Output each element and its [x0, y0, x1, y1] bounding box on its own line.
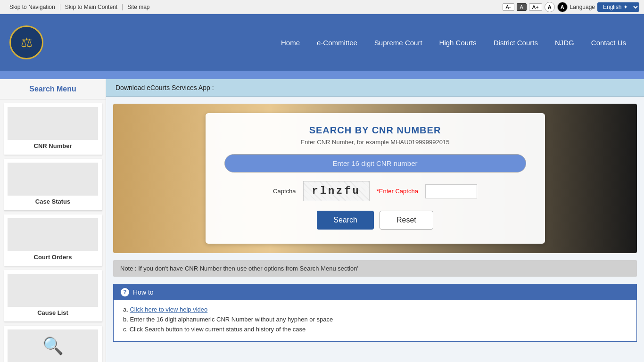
- font-normal-btn[interactable]: A: [517, 3, 527, 11]
- howto-text-b: Enter the 16 digit alphanumeric CNR Numb…: [130, 316, 333, 323]
- sidebar-thumb-search: 🔍: [8, 329, 98, 362]
- sidebar: Search Menu CNR Number Case Status Court…: [0, 79, 106, 362]
- download-banner-text: Download eCourts Services App :: [116, 84, 214, 91]
- captcha-overlay: [304, 181, 369, 201]
- access-bar: Skip to Navigation Skip to Main Content …: [0, 0, 644, 14]
- howto-header: ? How to: [114, 284, 636, 300]
- howto-item-b: b. Enter the 16 digit alphanumeric CNR N…: [123, 316, 627, 323]
- howto-link-a[interactable]: Click here to view help video: [130, 306, 207, 313]
- header: ⚖ Home e-Committee Supreme Court High Co…: [0, 14, 644, 71]
- sidebar-thumb-cause: [8, 274, 98, 307]
- nav-high-courts[interactable]: High Courts: [431, 35, 485, 50]
- logo-icon: ⚖: [9, 25, 43, 59]
- content-area: Download eCourts Services App : SEARCH B…: [106, 79, 644, 362]
- howto-text-c: Click Search button to view current stat…: [130, 326, 306, 333]
- howto-section: ? How to a. Click here to view help vide…: [113, 284, 637, 342]
- sidebar-item-case-status[interactable]: Case Status: [4, 159, 102, 211]
- sidebar-item-court-orders[interactable]: Court Orders: [4, 214, 102, 266]
- question-icon: ?: [121, 288, 129, 296]
- sidebar-label-case: Case Status: [8, 196, 98, 206]
- button-row: Search Reset: [224, 211, 526, 230]
- nav-supreme-court[interactable]: Supreme Court: [366, 35, 431, 50]
- language-label: Language: [570, 4, 595, 10]
- sidebar-title: Search Menu: [0, 79, 106, 99]
- sidebar-label-cnr: CNR Number: [8, 140, 98, 151]
- howto-title: How to: [133, 288, 154, 296]
- howto-item-a: a. Click here to view help video: [123, 306, 627, 313]
- font-decrease-btn[interactable]: A-: [503, 3, 514, 11]
- note-bar: Note : If you don't have CNR Number then…: [113, 260, 637, 277]
- site-map-link[interactable]: Site map: [123, 4, 154, 10]
- captcha-row: Captcha rlnzfu *Enter Captcha: [224, 181, 526, 201]
- search-card-subtitle: Enter CNR Number, for example MHAU019999…: [224, 139, 526, 146]
- language-select[interactable]: English ✦: [597, 2, 639, 12]
- search-button[interactable]: Search: [317, 211, 374, 230]
- howto-prefix-a: a.: [123, 306, 130, 313]
- contrast-outline-btn[interactable]: A: [545, 2, 555, 12]
- sidebar-thumb-case: [8, 163, 98, 196]
- search-card-wrapper: SEARCH BY CNR NUMBER Enter CNR Number, f…: [106, 97, 644, 260]
- font-increase-btn[interactable]: A+: [529, 3, 542, 11]
- search-card: SEARCH BY CNR NUMBER Enter CNR Number, f…: [206, 113, 545, 244]
- nav-district-courts[interactable]: District Courts: [485, 35, 546, 50]
- captcha-input[interactable]: [425, 184, 477, 198]
- sidebar-thumb-cnr: [8, 107, 98, 140]
- captcha-required-label: *Enter Captcha: [377, 188, 418, 195]
- nav-ecommittee[interactable]: e-Committee: [308, 35, 366, 50]
- nav-contact-us[interactable]: Contact Us: [583, 35, 635, 50]
- howto-body: a. Click here to view help video b. Ente…: [114, 300, 636, 341]
- nav-njdg[interactable]: NJDG: [546, 35, 583, 50]
- main-layout: Search Menu CNR Number Case Status Court…: [0, 79, 644, 362]
- download-banner: Download eCourts Services App :: [106, 79, 644, 97]
- captcha-label: Captcha: [273, 188, 296, 195]
- note-text: Note : If you don't have CNR Number then…: [120, 265, 358, 272]
- skip-main-link[interactable]: Skip to Main Content: [60, 4, 123, 10]
- sidebar-label-cause: Cause List: [8, 307, 98, 318]
- sidebar-item-search[interactable]: 🔍: [4, 326, 102, 362]
- contrast-filled-btn[interactable]: A: [557, 2, 568, 12]
- cnr-number-input[interactable]: [224, 154, 526, 173]
- reset-button[interactable]: Reset: [380, 211, 433, 230]
- sidebar-item-cnr[interactable]: CNR Number: [4, 103, 102, 155]
- howto-item-c: c. Click Search button to view current s…: [123, 326, 627, 333]
- nav-home[interactable]: Home: [272, 35, 308, 50]
- search-icon: 🔍: [42, 336, 64, 356]
- howto-prefix-b: b.: [123, 316, 130, 323]
- captcha-image: rlnzfu: [303, 181, 370, 201]
- sidebar-item-cause-list[interactable]: Cause List: [4, 270, 102, 322]
- howto-prefix-c: c.: [123, 326, 130, 333]
- search-background: SEARCH BY CNR NUMBER Enter CNR Number, f…: [113, 104, 637, 253]
- sidebar-label-orders: Court Orders: [8, 251, 98, 262]
- main-nav: Home e-Committee Supreme Court High Cour…: [272, 35, 635, 50]
- logo-area: ⚖: [9, 25, 43, 59]
- access-bar-right: A- A A+ A A Language English ✦: [503, 2, 640, 12]
- sidebar-thumb-orders: [8, 218, 98, 251]
- skip-nav-link[interactable]: Skip to Navigation: [5, 4, 60, 10]
- search-card-title: SEARCH BY CNR NUMBER: [224, 125, 526, 136]
- sub-header: [0, 71, 644, 79]
